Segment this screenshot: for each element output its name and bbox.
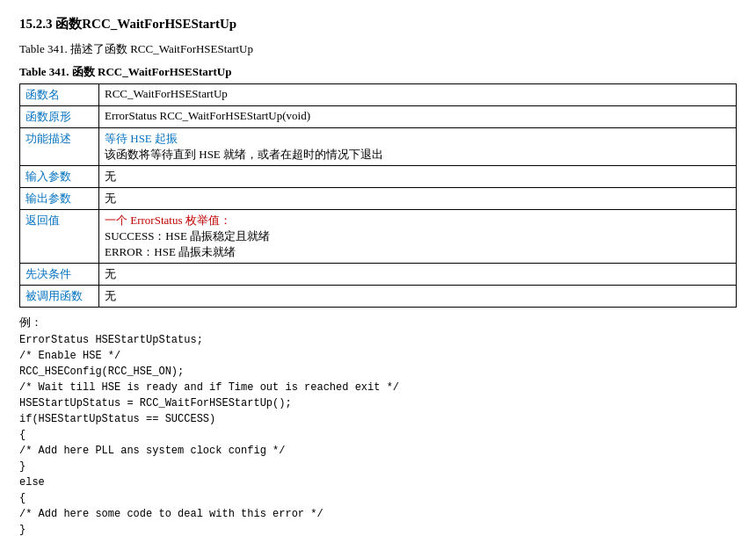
table-title: Table 341. 函数 RCC_WaitForHSEStartUp <box>19 64 737 80</box>
table-row: 输出参数 无 <box>20 188 737 210</box>
table-row: 先决条件 无 <box>20 264 737 286</box>
row-label-called: 被调用函数 <box>20 286 99 308</box>
row-label-precond: 先决条件 <box>20 264 99 286</box>
table-row: 输入参数 无 <box>20 166 737 188</box>
section-title: 15.2.3 函数RCC_WaitForHSEStartUp <box>19 16 737 33</box>
row-label-func: 功能描述 <box>20 128 99 166</box>
row-value-input: 无 <box>99 166 737 188</box>
row-label-proto: 函数原形 <box>20 106 99 128</box>
func-line2: 该函数将等待直到 HSE 就绪，或者在超时的情况下退出 <box>105 148 383 161</box>
return-line3: ERROR：HSE 晶振未就绪 <box>105 245 236 258</box>
example-label: 例： <box>19 315 737 330</box>
return-line1: 一个 ErrorStatus 枚举值： <box>105 214 231 227</box>
row-label-name: 函数名 <box>20 84 99 106</box>
row-value-name: RCC_WaitForHSEStartUp <box>99 84 737 106</box>
row-value-proto: ErrorStatus RCC_WaitForHSEStartUp(void) <box>99 106 737 128</box>
table-row: 函数原形 ErrorStatus RCC_WaitForHSEStartUp(v… <box>20 106 737 128</box>
row-value-func: 等待 HSE 起振 该函数将等待直到 HSE 就绪，或者在超时的情况下退出 <box>99 128 737 166</box>
table-row: 返回值 一个 ErrorStatus 枚举值： SUCCESS：HSE 晶振稳定… <box>20 210 737 264</box>
table-row: 功能描述 等待 HSE 起振 该函数将等待直到 HSE 就绪，或者在超时的情况下… <box>20 128 737 166</box>
row-value-called: 无 <box>99 286 737 308</box>
return-line2: SUCCESS：HSE 晶振稳定且就绪 <box>105 229 270 243</box>
row-label-input: 输入参数 <box>20 166 99 188</box>
row-value-precond: 无 <box>99 264 737 286</box>
code-block: ErrorStatus HSEStartUpStatus; /* Enable … <box>19 332 737 536</box>
table-caption: Table 341. 描述了函数 RCC_WaitForHSEStartUp <box>19 41 737 57</box>
row-value-output: 无 <box>99 188 737 210</box>
row-value-return: 一个 ErrorStatus 枚举值： SUCCESS：HSE 晶振稳定且就绪 … <box>99 210 737 264</box>
table-row: 被调用函数 无 <box>20 286 737 308</box>
row-label-return: 返回值 <box>20 210 99 264</box>
function-table: 函数名 RCC_WaitForHSEStartUp 函数原形 ErrorStat… <box>19 83 737 308</box>
func-line1: 等待 HSE 起振 <box>105 132 178 145</box>
table-row: 函数名 RCC_WaitForHSEStartUp <box>20 84 737 106</box>
row-label-output: 输出参数 <box>20 188 99 210</box>
